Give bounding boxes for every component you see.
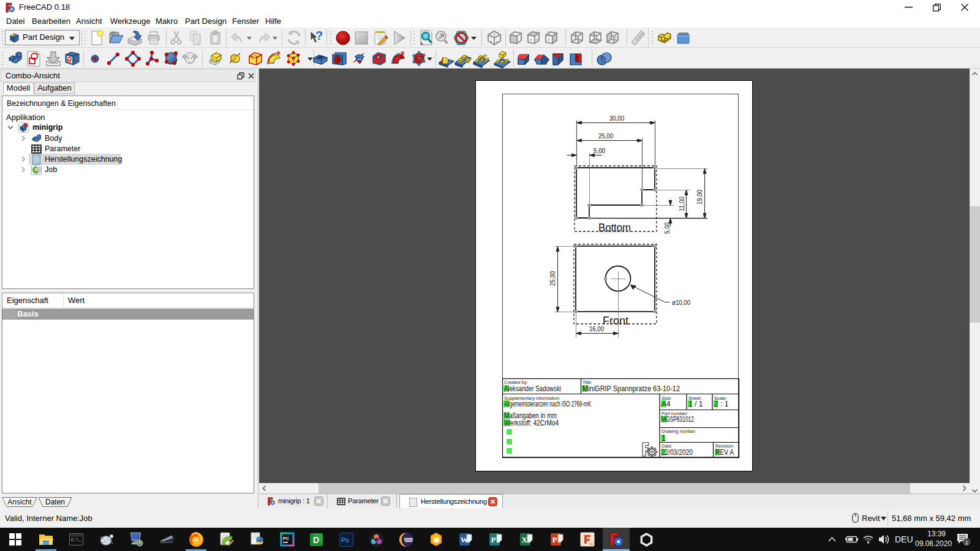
svg-text:Allgemeintoleranzen nach ISO 2: Allgemeintoleranzen nach ISO 2768-mK bbox=[504, 400, 591, 408]
svg-text:25,00: 25,00 bbox=[598, 132, 613, 140]
svg-text:25,00: 25,00 bbox=[549, 271, 556, 286]
svg-text:30,00: 30,00 bbox=[609, 114, 624, 122]
svg-text:A4: A4 bbox=[662, 400, 671, 408]
svg-text:5,00: 5,00 bbox=[594, 147, 605, 154]
svg-text:1 / 1: 1 / 1 bbox=[688, 400, 703, 408]
svg-text:?: ? bbox=[315, 29, 323, 42]
svg-text:Ps: Ps bbox=[341, 536, 349, 544]
svg-text:1: 1 bbox=[965, 539, 968, 545]
svg-text:1: 1 bbox=[662, 434, 666, 443]
svg-text:Ansicht: Ansicht bbox=[7, 498, 32, 506]
svg-text:P: P bbox=[552, 535, 557, 544]
svg-text:MiniGRIP Spannpratze 63-10-12: MiniGRIP Spannpratze 63-10-12 bbox=[582, 384, 680, 393]
svg-text:C:\_: C:\_ bbox=[71, 538, 82, 542]
svg-text:11,00: 11,00 bbox=[678, 197, 685, 211]
svg-text:Front: Front bbox=[603, 314, 628, 327]
svg-text:5,00: 5,00 bbox=[663, 222, 671, 234]
svg-text:PC: PC bbox=[283, 536, 289, 541]
svg-text:MGSP631012: MGSP631012 bbox=[662, 415, 694, 424]
svg-text:X: X bbox=[522, 535, 528, 544]
svg-text:ø10,00: ø10,00 bbox=[672, 299, 690, 306]
svg-text:W: W bbox=[461, 535, 469, 544]
svg-text:Drawing number:: Drawing number: bbox=[662, 429, 696, 434]
svg-text:REV A: REV A bbox=[715, 448, 734, 457]
svg-text:2 : 1: 2 : 1 bbox=[714, 400, 729, 408]
svg-text:16,00: 16,00 bbox=[589, 325, 604, 332]
svg-text:360: 360 bbox=[589, 542, 594, 545]
svg-text:P: P bbox=[491, 535, 496, 544]
svg-text:Daten: Daten bbox=[45, 498, 65, 506]
svg-text:19,00: 19,00 bbox=[696, 190, 703, 204]
svg-text:Aleksander Sadowski: Aleksander Sadowski bbox=[504, 384, 561, 393]
svg-text:D: D bbox=[313, 535, 319, 545]
svg-text:Werkstoff: 42CrMo4: Werkstoff: 42CrMo4 bbox=[504, 419, 559, 427]
svg-text:22/03/2020: 22/03/2020 bbox=[662, 448, 693, 457]
svg-text:Bottom: Bottom bbox=[598, 221, 631, 234]
